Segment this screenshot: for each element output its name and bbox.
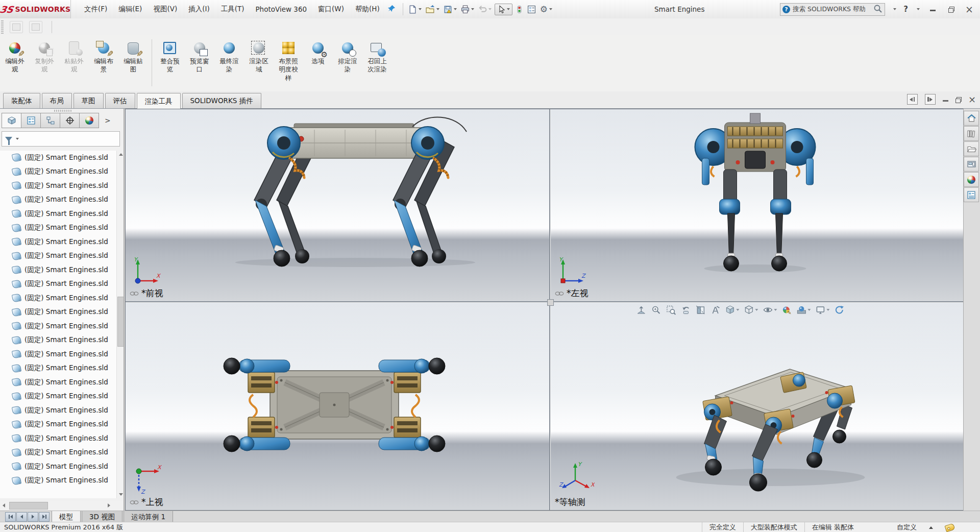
rebuild-icon[interactable] xyxy=(514,4,524,15)
tree-item[interactable]: (固定) Smart Engines.sld xyxy=(0,361,125,376)
edit-decal-button[interactable]: 编辑贴图 xyxy=(118,39,148,75)
view-orientation-icon[interactable] xyxy=(725,305,739,315)
new-document-icon[interactable] xyxy=(407,4,423,15)
panel-resize-handle[interactable] xyxy=(54,110,71,112)
tree-item[interactable]: (固定) Smart Engines.sld xyxy=(0,179,125,193)
viewport-splitter-handle[interactable] xyxy=(547,299,554,306)
file-properties-icon[interactable] xyxy=(526,4,537,15)
pushpin-icon[interactable] xyxy=(388,5,396,14)
tree-item[interactable]: (固定) Smart Engines.sld xyxy=(0,221,125,235)
panel-tabs-overflow-icon[interactable]: > xyxy=(105,116,111,125)
scroll-left-icon[interactable] xyxy=(0,501,8,509)
options-gear-icon[interactable]: ⚙ xyxy=(539,3,553,16)
edit-scene-button[interactable]: 编辑布景 xyxy=(89,39,118,75)
tree-item[interactable]: (固定) Smart Engines.sld xyxy=(0,151,125,165)
menu-item[interactable]: 窗口(W) xyxy=(313,2,349,17)
toolbar-drag-handle[interactable] xyxy=(1,20,4,34)
tree-item[interactable]: (固定) Smart Engines.sld xyxy=(0,474,125,488)
commandmanager-tab[interactable]: SOLIDWORKS 插件 xyxy=(182,93,261,108)
previous-view-icon[interactable] xyxy=(680,305,691,315)
tree-item[interactable]: (固定) Smart Engines.sld xyxy=(0,460,125,474)
tree-item[interactable]: (固定) Smart Engines.sld xyxy=(0,431,125,446)
view-settings-icon[interactable] xyxy=(815,305,829,315)
customize-menu[interactable]: 自定义 xyxy=(897,523,917,532)
final-render-button[interactable]: 最终渲染 xyxy=(214,39,244,75)
minimize-button[interactable] xyxy=(927,5,938,14)
home-icon[interactable] xyxy=(964,111,979,126)
zoom-to-fit-icon[interactable] xyxy=(636,305,646,315)
commandmanager-tab[interactable]: 渲染工具 xyxy=(137,93,181,109)
menu-item[interactable]: 编辑(E) xyxy=(113,2,147,17)
viewport-left[interactable]: Y Z *左视 xyxy=(551,109,963,301)
design-library-icon[interactable] xyxy=(964,126,979,141)
recall-last-render-button[interactable]: 召回上次渲染 xyxy=(362,39,392,75)
first-tab-icon[interactable] xyxy=(5,512,16,522)
restore-button[interactable] xyxy=(945,5,957,14)
select-cursor-icon[interactable] xyxy=(495,4,512,15)
tree-item[interactable]: (固定) Smart Engines.sld xyxy=(0,193,125,207)
configurationmanager-icon[interactable] xyxy=(40,113,60,128)
magnifier-icon[interactable] xyxy=(873,4,883,15)
graphics-area[interactable]: Y X *前视 xyxy=(125,109,964,511)
model-tab[interactable]: 运动算例 1 xyxy=(124,511,173,522)
print-icon[interactable] xyxy=(460,4,475,15)
viewport-top[interactable]: X Z *上视 xyxy=(126,303,549,510)
model-tab[interactable]: 3D 视图 xyxy=(82,511,122,522)
pane-next-button[interactable] xyxy=(925,94,936,105)
tree-item[interactable]: (固定) Smart Engines.sld xyxy=(0,347,125,361)
edit-appearance-icon[interactable]: ✎ xyxy=(781,305,792,315)
undo-icon[interactable] xyxy=(477,4,493,15)
commandmanager-tab[interactable]: 评估 xyxy=(105,93,135,108)
commandmanager-tab[interactable]: 装配体 xyxy=(3,93,40,108)
tree-item[interactable]: (固定) Smart Engines.sld xyxy=(0,263,125,277)
tree-item[interactable]: (固定) Smart Engines.sld xyxy=(0,207,125,221)
tree-horizontal-scrollbar[interactable] xyxy=(0,501,124,510)
pane-previous-button[interactable] xyxy=(907,94,918,105)
tag-icon[interactable] xyxy=(944,523,955,532)
section-view-icon[interactable] xyxy=(695,305,705,315)
display-style-icon[interactable] xyxy=(744,305,758,315)
search-box[interactable]: ? 搜索 SOLIDWORKS 帮助 xyxy=(780,3,885,16)
doc-minimize-button[interactable] xyxy=(943,95,948,104)
menu-item[interactable]: 插入(I) xyxy=(183,2,215,17)
displaymanager-icon[interactable] xyxy=(79,113,99,128)
tree-item[interactable]: (固定) Smart Engines.sld xyxy=(0,235,125,249)
hide-show-items-icon[interactable] xyxy=(763,305,777,315)
customize-caret-icon[interactable] xyxy=(929,526,933,529)
featuremanager-tree-icon[interactable] xyxy=(2,113,21,128)
next-tab-icon[interactable] xyxy=(28,512,38,522)
copy-appearance-button[interactable]: 复制外观 xyxy=(30,39,59,75)
scene-illumination-proof-button[interactable]: 布景照明度校样 xyxy=(274,39,303,83)
model-tab[interactable]: 模型 xyxy=(52,511,81,522)
filter-dropdown-icon[interactable] xyxy=(16,138,19,140)
commandmanager-tab[interactable]: 布局 xyxy=(42,93,72,108)
dimxpertmanager-icon[interactable] xyxy=(60,113,80,128)
paste-appearance-button[interactable]: 粘贴外观 xyxy=(59,39,89,75)
integrated-preview-button[interactable]: 整合预览 xyxy=(155,39,185,75)
options-button[interactable]: 选项 xyxy=(303,39,333,66)
tree-item[interactable]: (固定) Smart Engines.sld xyxy=(0,418,125,432)
preview-window-button[interactable]: 预览窗口 xyxy=(185,39,214,75)
custom-properties-icon[interactable] xyxy=(964,187,979,202)
help-button[interactable]: ? xyxy=(903,5,908,14)
menu-item[interactable]: PhotoView 360 xyxy=(250,2,312,16)
propertymanager-icon[interactable] xyxy=(21,113,41,128)
save-icon[interactable] xyxy=(443,4,458,15)
edit-appearance-button[interactable]: 编辑外观 xyxy=(0,39,30,75)
last-tab-icon[interactable] xyxy=(39,512,50,522)
tree-item[interactable]: (固定) Smart Engines.sld xyxy=(0,390,125,404)
view-palette-icon[interactable] xyxy=(964,157,979,172)
scroll-right-icon[interactable] xyxy=(105,501,113,509)
tree-item[interactable]: (固定) Smart Engines.sld xyxy=(0,249,125,263)
tree-item[interactable]: (固定) Smart Engines.sld xyxy=(0,319,125,333)
doc-restore-button[interactable] xyxy=(955,95,961,104)
render-region-button[interactable]: 渲染区域 xyxy=(244,39,274,75)
tree-item[interactable]: (固定) Smart Engines.sld xyxy=(0,375,125,390)
tree-item[interactable]: (固定) Smart Engines.sld xyxy=(0,291,125,305)
menu-item[interactable]: 工具(T) xyxy=(216,2,250,17)
tree-item[interactable]: (固定) Smart Engines.sld xyxy=(0,305,125,320)
zoom-to-area-icon[interactable] xyxy=(651,305,661,315)
tree-item[interactable]: (固定) Smart Engines.sld xyxy=(0,277,125,292)
open-icon[interactable] xyxy=(425,4,440,15)
viewport-front[interactable]: Y X *前视 xyxy=(126,109,549,301)
